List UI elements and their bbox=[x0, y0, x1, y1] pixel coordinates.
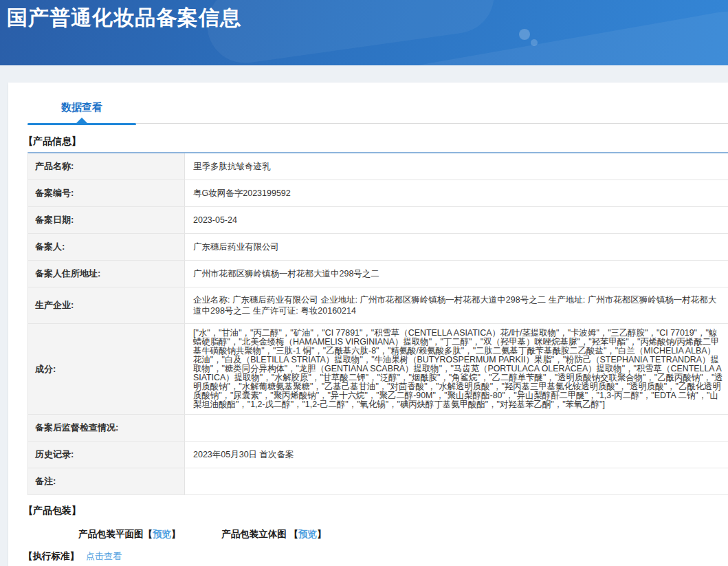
bracket-close: 】 bbox=[317, 529, 327, 539]
product-info-table: 产品名称: 里季多肽抗皱奇迹乳 备案编号: 粤G妆网备字2023199592 备… bbox=[27, 152, 728, 495]
table-row-registration-number: 备案编号: 粤G妆网备字2023199592 bbox=[28, 180, 728, 207]
field-value bbox=[185, 415, 728, 441]
table-row-manufacturer: 生产企业: 企业名称: 广东穗后药业有限公司 企业地址: 广州市花都区狮岭镇杨一… bbox=[28, 287, 728, 324]
table-row-supervision: 备案后监督检查情况: bbox=[28, 415, 728, 442]
bracket-open: 【 bbox=[144, 529, 153, 539]
table-row-registrant-address: 备案人住所地址: 广州市花都区狮岭镇杨一村花都大道中298号之二 bbox=[28, 261, 728, 287]
field-label: 生产企业: bbox=[28, 287, 185, 323]
field-value: 广州市花都区狮岭镇杨一村花都大道中298号之二 bbox=[185, 261, 728, 287]
field-value: 2023年05月30日 首次备案 bbox=[185, 442, 728, 468]
field-value: 企业名称: 广东穗后药业有限公司 企业地址: 广州市花都区狮岭镇杨一村花都大道中… bbox=[185, 287, 728, 323]
bracket-open: 【 bbox=[289, 529, 299, 539]
field-label: 成分: bbox=[28, 324, 185, 414]
table-row-registration-date: 备案日期: 2023-05-24 bbox=[28, 207, 728, 234]
field-value: 粤G妆网备字2023199592 bbox=[185, 180, 728, 206]
field-value: 里季多肽抗皱奇迹乳 bbox=[185, 153, 728, 179]
field-label: 产品名称: bbox=[28, 153, 185, 179]
tab-active-caret-icon bbox=[76, 118, 87, 123]
tab-data-view[interactable]: 数据查看 bbox=[27, 100, 136, 124]
view-standards-link[interactable]: 点击查看 bbox=[86, 551, 122, 561]
field-label: 备案人: bbox=[28, 234, 185, 260]
field-label: 备案人住所地址: bbox=[28, 261, 185, 287]
table-row-ingredients: 成分: ["水"，"甘油"，"丙二醇"，"矿油"，"CI 77891"，"积雪草… bbox=[28, 324, 728, 415]
header-decoration-dot bbox=[531, 39, 538, 46]
preview-link-flat[interactable]: 预览 bbox=[153, 529, 171, 539]
table-row-registrant: 备案人: 广东穗后药业有限公司 bbox=[28, 234, 728, 261]
bracket-close: 】 bbox=[171, 529, 181, 539]
page-title: 国产普通化妆品备案信息 bbox=[0, 0, 728, 31]
tab-active-underline bbox=[27, 123, 136, 125]
packaging-item-flat: 产品包装平面图【预览】 bbox=[78, 528, 181, 541]
preview-link-3d[interactable]: 预览 bbox=[298, 529, 317, 539]
standards-row: 【执行标准】点击查看 bbox=[23, 550, 728, 563]
field-value: 广东穗后药业有限公司 bbox=[185, 234, 728, 260]
section-title-packaging: 【产品包装】 bbox=[23, 505, 728, 517]
tab-bar: 数据查看 bbox=[27, 100, 728, 124]
tab-data-view-label: 数据查看 bbox=[61, 101, 102, 113]
table-row-product-name: 产品名称: 里季多肽抗皱奇迹乳 bbox=[28, 153, 728, 180]
field-value: ["水"，"甘油"，"丙二醇"，"矿油"，"CI 77891"，"积雪草（CEN… bbox=[185, 324, 728, 414]
field-label: 备注: bbox=[28, 468, 185, 494]
field-label: 备案日期: bbox=[28, 207, 185, 233]
section-title-product-info: 【产品信息】 bbox=[23, 135, 728, 148]
packaging-item-3d: 产品包装立体图 【预览】 bbox=[221, 528, 326, 541]
field-value: 2023-05-24 bbox=[185, 207, 728, 233]
packaging-row: 产品包装平面图【预览】 产品包装立体图 【预览】 bbox=[78, 528, 728, 541]
packaging-3d-label: 产品包装立体图 bbox=[221, 529, 289, 539]
field-label: 备案后监督检查情况: bbox=[28, 415, 185, 441]
field-value bbox=[185, 468, 728, 494]
table-row-history: 历史记录: 2023年05月30日 首次备案 bbox=[28, 442, 728, 468]
field-label: 备案编号: bbox=[28, 180, 185, 206]
page-header: 国产普通化妆品备案信息 bbox=[0, 0, 728, 65]
table-row-remarks: 备注: bbox=[28, 468, 728, 495]
section-title-standards: 【执行标准】 bbox=[23, 551, 79, 561]
packaging-flat-label: 产品包装平面图 bbox=[78, 529, 144, 539]
content-card: 数据查看 【产品信息】 产品名称: 里季多肽抗皱奇迹乳 备案编号: 粤G妆网备字… bbox=[8, 83, 728, 566]
field-label: 历史记录: bbox=[28, 442, 185, 468]
